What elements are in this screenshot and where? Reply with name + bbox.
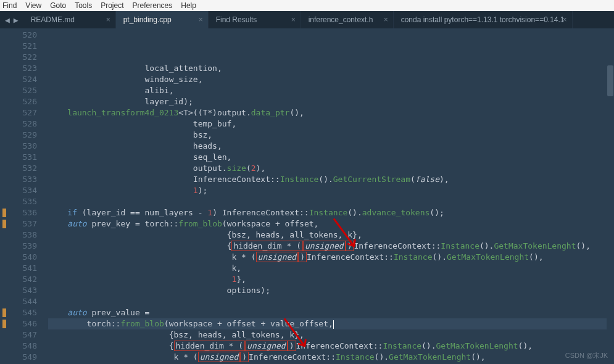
token-id: {bsz, heads, all_tokens, k}, (48, 230, 362, 239)
token-pun: ( (164, 319, 169, 328)
code-line[interactable]: launch_transform4d_0213<T>((T*)output.da… (48, 107, 614, 118)
code-line[interactable]: {hidden_dim * (unsigned)InferenceContext… (48, 241, 614, 252)
token-fn: GetMaxTokenLenght (436, 341, 518, 350)
token-id: alibi, (48, 86, 174, 95)
token-id: k, (48, 263, 241, 273)
code-line[interactable]: 1}, (48, 274, 614, 285)
code-line[interactable] (48, 296, 614, 307)
token-pun: ); (198, 186, 208, 195)
line-number: 524 (0, 74, 37, 85)
code-line[interactable]: local_attention, (48, 63, 614, 74)
tab-find-results[interactable]: Find Results× (209, 11, 301, 28)
token-id: bsz, (48, 130, 212, 139)
menu-goto[interactable]: Goto (50, 1, 66, 10)
gutter-marker (2, 320, 6, 328)
token-id: InferenceContext:: (48, 175, 280, 184)
code-line[interactable]: temp_buf, (48, 118, 614, 130)
code-line[interactable]: {bsz, heads, all_tokens, k}, (48, 329, 614, 341)
tab-close-icon[interactable]: × (291, 15, 296, 24)
menu-view[interactable]: View (25, 1, 41, 10)
code-line[interactable]: k, (48, 263, 614, 274)
tab-close-icon[interactable]: × (562, 15, 566, 24)
token-pun: (). (433, 252, 447, 262)
token-id: workspace (169, 319, 217, 328)
code-line[interactable]: InferenceContext::Instance().GetCurrentS… (48, 174, 614, 185)
gutter-marker (2, 220, 6, 228)
token-op: = (145, 308, 150, 317)
token-id: temp_buf, (48, 119, 236, 128)
tab-nav-forward-icon[interactable]: ▶ (14, 15, 19, 25)
token-pun: (), (576, 241, 591, 250)
token-fn: launch_transform4d_0213 (67, 108, 178, 117)
token-pun: (), (529, 252, 543, 262)
tab-close-icon[interactable]: × (384, 15, 388, 24)
line-number: 521 (0, 41, 37, 52)
tab-nav-back-icon[interactable]: ◀ (5, 15, 10, 25)
menu-tools[interactable]: Tools (75, 1, 92, 10)
tab-close-icon[interactable]: × (199, 15, 203, 24)
code-line[interactable]: options); (48, 285, 614, 296)
scroll-thumb[interactable] (607, 65, 613, 96)
tab-label: pt_binding.cpp (123, 15, 172, 24)
menu-find[interactable]: Find (2, 1, 17, 10)
tab-readme-md[interactable]: README.md× (23, 11, 116, 28)
code-line[interactable]: layer_id); (48, 96, 614, 107)
code-line[interactable]: bsz, (48, 130, 614, 141)
token-op: + (275, 219, 280, 228)
token-pun: <T>((T*) (178, 108, 217, 117)
token-id (48, 108, 67, 117)
vertical-scrollbar[interactable] (607, 28, 614, 364)
token-pun: { (169, 341, 174, 350)
line-number: 547 (0, 329, 37, 341)
token-id: k (48, 352, 183, 362)
token-id: {bsz, heads, all_tokens, k}, (48, 330, 304, 339)
token-id (48, 208, 67, 217)
code-line[interactable]: torch::from_blob(workspace + offset + va… (48, 318, 614, 329)
token-id: seq_len, (48, 152, 231, 162)
token-num: 1 (193, 186, 198, 195)
token-id: InferenceContext:: (249, 352, 336, 362)
token-id: output. (48, 163, 227, 173)
token-pun: (), (471, 352, 485, 362)
token-pun: (), (289, 108, 304, 117)
token-id (48, 186, 193, 195)
code-area[interactable]: local_attention, window_size, alibi, lay… (43, 28, 614, 364)
code-line[interactable]: window_size, (48, 74, 614, 85)
menu-help[interactable]: Help (181, 1, 196, 10)
code-line[interactable] (48, 196, 614, 207)
code-line[interactable]: auto prev_value = (48, 307, 614, 318)
token-op: * (183, 352, 188, 362)
tab-label: conda install pytorch==1.13.1 torchvisio… (401, 15, 565, 24)
code-line[interactable]: {hidden_dim * (unsigned)InferenceContext… (48, 341, 614, 352)
token-id (48, 275, 231, 284)
code-line[interactable]: 1); (48, 185, 614, 196)
code-line[interactable]: k * (unsigned)InferenceContext::Instance… (48, 252, 614, 263)
token-id (188, 352, 193, 362)
token-fn: Instance (441, 241, 479, 250)
token-id: prev_value (87, 308, 145, 317)
token-id: k (48, 252, 241, 262)
code-line[interactable]: alibi, (48, 85, 614, 96)
menu-project[interactable]: Project (101, 1, 123, 10)
tab-pt-binding-cpp[interactable]: pt_binding.cpp× (116, 11, 209, 28)
token-pun: ( (246, 163, 251, 173)
code-line[interactable]: k * (unsigned)InferenceContext::Instance… (48, 352, 614, 363)
code-line[interactable]: output.size(2), (48, 163, 614, 174)
token-id (48, 219, 67, 228)
code-line[interactable]: seq_len, (48, 152, 614, 163)
line-number: 528 (0, 118, 37, 130)
token-fn: advance_tokens (362, 208, 430, 217)
tab-inference-context-h[interactable]: inference_context.h× (301, 11, 394, 28)
tab-bar: ◀ ▶ README.md×pt_binding.cpp×Find Result… (0, 11, 614, 28)
token-op: = (135, 219, 140, 228)
menu-preferences[interactable]: Preferences (133, 1, 173, 10)
line-number: 527 (0, 107, 37, 118)
code-line[interactable]: heads, (48, 141, 614, 152)
tab-close-icon[interactable]: × (106, 15, 110, 24)
highlighted-box-unsigned: unsigned (245, 341, 288, 351)
line-number: 534 (0, 185, 37, 196)
tab-conda-install-pytorch-1-[interactable]: conda install pytorch==1.13.1 torchvisio… (394, 11, 573, 28)
token-k2: false (415, 175, 439, 184)
token-pun: ), (439, 175, 449, 184)
token-fn: Instance (336, 352, 375, 362)
